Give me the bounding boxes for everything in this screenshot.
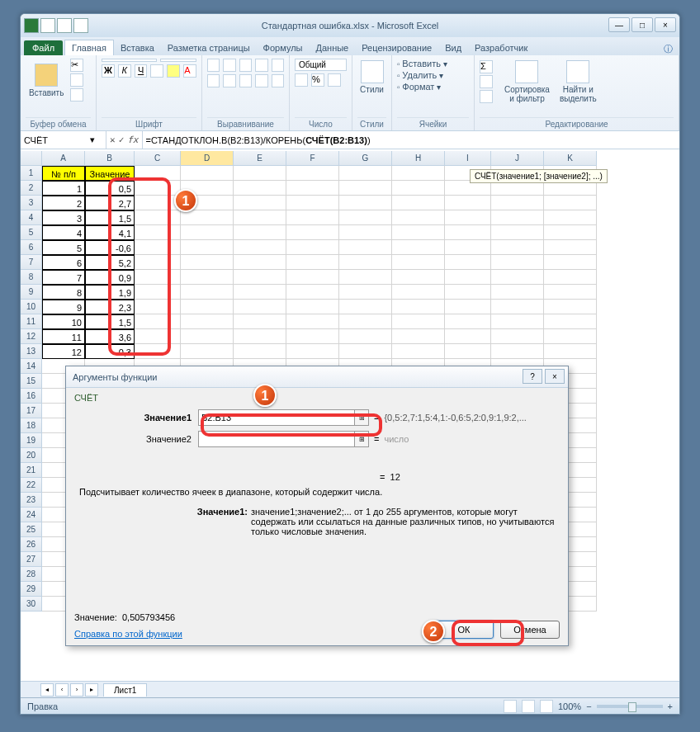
row-header[interactable]: 3	[21, 196, 42, 210]
cell[interactable]	[339, 225, 392, 240]
cell[interactable]	[491, 300, 544, 314]
cell[interactable]	[491, 240, 544, 255]
enter-formula-icon[interactable]: ✓	[119, 135, 125, 145]
cell[interactable]	[392, 329, 445, 344]
fx-icon[interactable]: fx	[127, 135, 138, 145]
cell[interactable]: 9	[42, 300, 85, 314]
percent-icon[interactable]: %	[311, 73, 324, 87]
cell[interactable]: 0,5	[85, 181, 135, 196]
format-painter-icon[interactable]	[70, 88, 83, 102]
undo-icon[interactable]	[57, 18, 72, 33]
cell[interactable]	[544, 210, 597, 225]
cell[interactable]	[286, 329, 339, 344]
cell[interactable]	[135, 270, 181, 285]
cell[interactable]	[491, 196, 544, 210]
cell[interactable]	[392, 225, 445, 240]
cell[interactable]	[286, 181, 339, 196]
styles-button[interactable]: Стили	[357, 59, 386, 96]
cut-icon[interactable]: ✂	[70, 59, 83, 72]
dialog-close-button[interactable]: ×	[545, 369, 565, 384]
cell[interactable]: 10	[42, 314, 85, 329]
cell[interactable]	[445, 210, 491, 225]
cell[interactable]	[445, 240, 491, 255]
dialog-titlebar[interactable]: Аргументы функции ? ×	[66, 366, 568, 388]
sheet-nav-last[interactable]: ▸	[85, 683, 98, 697]
cell[interactable]	[339, 314, 392, 329]
cell[interactable]	[286, 300, 339, 314]
cell[interactable]	[339, 255, 392, 270]
cell[interactable]	[544, 285, 597, 300]
cell[interactable]	[339, 166, 392, 181]
insert-cells-button[interactable]: ▫ Вставить ▾	[397, 59, 469, 68]
arg2-range-button[interactable]: ⊞	[354, 431, 369, 447]
cell[interactable]: 5	[42, 240, 85, 255]
cell[interactable]: 1,9	[85, 285, 135, 300]
row-header[interactable]: 1	[21, 166, 42, 181]
cell[interactable]	[181, 166, 234, 181]
cell[interactable]	[135, 225, 181, 240]
row-header[interactable]: 24	[21, 508, 42, 522]
cell[interactable]	[135, 240, 181, 255]
cell[interactable]	[339, 270, 392, 285]
save-icon[interactable]	[40, 18, 55, 33]
cell[interactable]	[544, 196, 597, 210]
cell[interactable]	[445, 285, 491, 300]
col-header-g[interactable]: G	[339, 151, 392, 165]
cell[interactable]	[339, 300, 392, 314]
row-header[interactable]: 5	[21, 225, 42, 240]
cell[interactable]	[181, 344, 234, 359]
row-header[interactable]: 28	[21, 567, 42, 582]
row-header[interactable]: 13	[21, 344, 42, 359]
tab-developer[interactable]: Разработчик	[468, 40, 534, 55]
cell[interactable]	[181, 285, 234, 300]
cell[interactable]	[544, 240, 597, 255]
row-header[interactable]: 17	[21, 404, 42, 418]
cell[interactable]	[135, 300, 181, 314]
cell[interactable]: № п/п	[42, 166, 85, 181]
row-header[interactable]: 19	[21, 433, 42, 448]
maximize-button[interactable]: □	[631, 17, 653, 32]
cell[interactable]	[339, 196, 392, 210]
cell[interactable]	[491, 329, 544, 344]
cell[interactable]	[181, 255, 234, 270]
col-header-d[interactable]: D	[181, 151, 234, 165]
row-header[interactable]: 22	[21, 478, 42, 493]
cell[interactable]	[544, 225, 597, 240]
cell[interactable]	[181, 270, 234, 285]
copy-icon[interactable]	[70, 73, 83, 87]
delete-cells-button[interactable]: ▫ Удалить ▾	[397, 70, 469, 80]
tab-review[interactable]: Рецензирование	[355, 40, 438, 55]
font-name-dropdown[interactable]	[102, 59, 157, 62]
indent-dec-icon[interactable]	[255, 74, 267, 87]
cell[interactable]	[445, 225, 491, 240]
cell[interactable]	[181, 225, 234, 240]
cell[interactable]: 2,3	[85, 300, 135, 314]
arg1-range-button[interactable]: ⊞	[354, 409, 369, 426]
cell[interactable]	[445, 255, 491, 270]
row-header[interactable]: 7	[21, 255, 42, 270]
cell[interactable]	[392, 240, 445, 255]
cell[interactable]	[181, 300, 234, 314]
cell[interactable]	[181, 240, 234, 255]
row-header[interactable]: 23	[21, 493, 42, 508]
cell[interactable]	[544, 300, 597, 314]
cell[interactable]: -0,6	[85, 240, 135, 255]
cell[interactable]	[392, 255, 445, 270]
cancel-formula-icon[interactable]: ✕	[110, 135, 116, 145]
borders-icon[interactable]	[150, 64, 163, 78]
cell[interactable]: 1,5	[85, 314, 135, 329]
tab-data[interactable]: Данные	[309, 40, 355, 55]
cell[interactable]	[286, 314, 339, 329]
align-mid-icon[interactable]	[223, 59, 235, 72]
cell[interactable]	[135, 285, 181, 300]
cell[interactable]	[234, 196, 286, 210]
cell[interactable]: 6	[42, 255, 85, 270]
cell[interactable]	[544, 314, 597, 329]
bold-button[interactable]: Ж	[102, 64, 115, 78]
cell[interactable]: 1,5	[85, 210, 135, 225]
tab-formulas[interactable]: Формулы	[257, 40, 310, 55]
cell[interactable]	[234, 166, 286, 181]
cell[interactable]	[491, 344, 544, 359]
sheet-tab-1[interactable]: Лист1	[103, 683, 147, 697]
cell[interactable]	[491, 225, 544, 240]
